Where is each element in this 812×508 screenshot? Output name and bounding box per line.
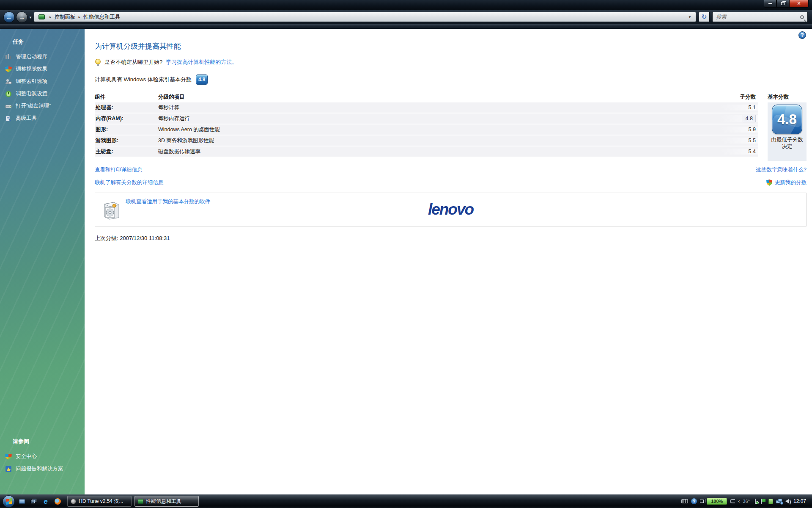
flag-tray-icon[interactable] bbox=[761, 499, 765, 504]
sidebar-item-manage-startup[interactable]: 管理启动程序 bbox=[0, 51, 85, 63]
sidebar-item-problem-reports[interactable]: 问题报告和解决方案 bbox=[0, 463, 85, 475]
breadcrumb-dropdown-icon[interactable]: ▼ bbox=[686, 15, 693, 19]
power-tray-icon[interactable] bbox=[768, 499, 773, 504]
row-subscore: 5.1 bbox=[720, 105, 758, 110]
see-also-section: 请参阅 安全中心 问题报告和解决方案 bbox=[0, 438, 85, 494]
learn-scores-online-link[interactable]: 联机了解有关分数的详细信息 bbox=[95, 179, 164, 186]
score-table: 组件 分级的项目 子分数 处理器: 每秒计算 5.1 内存(RAM): 每秒内存… bbox=[95, 91, 758, 161]
sidebar-item-power-settings[interactable]: 调整电源设置 bbox=[0, 88, 85, 100]
row-item: 磁盘数据传输速率 bbox=[158, 148, 720, 155]
history-dropdown-icon[interactable]: ▼ bbox=[29, 16, 32, 19]
refresh-button[interactable]: ↻ bbox=[699, 12, 710, 22]
lenovo-logo: lenovo bbox=[428, 201, 473, 218]
col-item: 分级的项目 bbox=[158, 94, 720, 101]
table-row-memory: 内存(RAM): 每秒内存运行 4.8 bbox=[95, 113, 758, 124]
title-bar: ✕ bbox=[0, 0, 812, 10]
windows-logo-icon bbox=[6, 498, 12, 505]
usb-safely-remove-icon[interactable] bbox=[753, 499, 758, 504]
what-numbers-mean-link[interactable]: 这些数字意味着什么? bbox=[756, 166, 807, 174]
row-item: 每秒内存运行 bbox=[158, 115, 720, 122]
restore-icon bbox=[781, 2, 785, 5]
row-component: 游戏图形: bbox=[95, 137, 158, 144]
sidebar-item-indexing-options[interactable]: 调整索引选项 bbox=[0, 75, 85, 88]
problem-reports-icon bbox=[5, 466, 12, 472]
firefox-button[interactable] bbox=[54, 498, 61, 505]
volume-tray-icon[interactable] bbox=[785, 499, 789, 503]
see-also-header: 请参阅 bbox=[0, 438, 85, 450]
sidebar-item-label: 管理启动程序 bbox=[16, 53, 47, 61]
score-section: 组件 分级的项目 子分数 处理器: 每秒计算 5.1 内存(RAM): 每秒内存… bbox=[95, 91, 807, 161]
row-component: 处理器: bbox=[95, 104, 158, 111]
battery-meter[interactable]: 100% bbox=[707, 498, 727, 505]
base-score-value: 4.8 bbox=[777, 111, 797, 127]
score-line-text: 计算机具有 Windows 体验索引基本分数 bbox=[95, 76, 192, 83]
row-item: 3D 商务和游戏图形性能 bbox=[158, 137, 720, 144]
sidebar-item-disk-cleanup[interactable]: 打开“磁盘清理” bbox=[0, 100, 85, 112]
hdtune-icon bbox=[71, 499, 76, 504]
show-desktop-button[interactable] bbox=[18, 498, 26, 505]
help-tray-icon[interactable]: ? bbox=[691, 498, 697, 504]
search-icon[interactable] bbox=[800, 15, 804, 19]
breadcrumb-item-performance-tools[interactable]: 性能信息和工具 bbox=[83, 14, 121, 21]
startup-programs-icon bbox=[5, 54, 12, 61]
back-button[interactable]: ← bbox=[3, 11, 15, 23]
last-rated-text: 上次分级: 2007/12/30 11:08:31 bbox=[95, 235, 807, 242]
row-subscore: 5.5 bbox=[720, 138, 758, 144]
sidebar-item-label: 问题报告和解决方案 bbox=[16, 465, 63, 472]
sidebar-spacer bbox=[0, 124, 85, 438]
score-line: 计算机具有 Windows 体验索引基本分数 4.8 bbox=[95, 75, 807, 85]
row-subscore: 4.8 bbox=[720, 115, 758, 122]
sidebar-item-security-center[interactable]: 安全中心 bbox=[0, 450, 85, 463]
taskbar: e HD Tune v2.54 汉... 性能信息和工具 ? 100% ‹ 36… bbox=[0, 494, 812, 508]
uac-shield-icon bbox=[766, 179, 772, 186]
close-button[interactable]: ✕ bbox=[789, 0, 809, 8]
help-button[interactable]: ? bbox=[798, 31, 806, 39]
start-button[interactable] bbox=[3, 495, 15, 508]
window-controls: ✕ bbox=[764, 0, 809, 8]
internet-explorer-icon: e bbox=[44, 498, 47, 505]
plug-tray-icon[interactable] bbox=[730, 499, 735, 503]
taskbar-button-hdtune[interactable]: HD Tune v2.54 汉... bbox=[67, 496, 132, 507]
breadcrumb-item-control-panel[interactable]: 控制面板 bbox=[55, 14, 76, 21]
links-row-2: 联机了解有关分数的详细信息 更新我的分数 bbox=[95, 179, 807, 186]
system-tray: ? 100% ‹ 36° 12:07 bbox=[681, 498, 809, 505]
update-score-group[interactable]: 更新我的分数 bbox=[766, 179, 807, 186]
internet-explorer-button[interactable]: e bbox=[42, 498, 49, 505]
col-base-score: 基本分数 bbox=[768, 91, 807, 102]
minimize-button[interactable] bbox=[764, 0, 776, 8]
sidebar-item-label: 调整索引选项 bbox=[16, 78, 47, 85]
view-software-online-link[interactable]: 联机查看适用于我的基本分数的软件 bbox=[126, 198, 210, 205]
collapse-tray-icon[interactable]: ‹ bbox=[738, 498, 740, 504]
row-component: 内存(RAM): bbox=[95, 115, 158, 122]
taskbar-button-performance-tools[interactable]: 性能信息和工具 bbox=[134, 496, 199, 507]
switch-windows-button[interactable] bbox=[30, 498, 38, 505]
search-box[interactable] bbox=[712, 12, 808, 22]
security-center-icon bbox=[5, 454, 12, 460]
tip-question: 是否不确定从哪里开始? bbox=[104, 58, 162, 66]
main-window: 任务 管理启动程序 调整视觉效果 调整索引选项 调整电源设置 打开“磁盘清理” … bbox=[0, 29, 812, 494]
restore-button[interactable] bbox=[776, 0, 789, 8]
restore-windows-tray-icon[interactable] bbox=[700, 500, 704, 503]
breadcrumb[interactable]: ▸ 控制面板 ▸ 性能信息和工具 ▼ bbox=[34, 12, 696, 22]
temperature-indicator: 36° bbox=[743, 499, 750, 504]
learn-ways-link[interactable]: 学习提高计算机性能的方法。 bbox=[166, 58, 237, 66]
keyboard-tray-icon[interactable] bbox=[681, 499, 688, 503]
taskbar-button-label: 性能信息和工具 bbox=[146, 498, 181, 505]
view-print-details-link[interactable]: 查看和打印详细信息 bbox=[95, 166, 143, 174]
network-tray-icon[interactable] bbox=[776, 499, 782, 504]
update-my-score-link[interactable]: 更新我的分数 bbox=[775, 179, 807, 186]
sidebar-item-advanced-tools[interactable]: 高级工具 bbox=[0, 112, 85, 124]
taskbar-clock[interactable]: 12:07 bbox=[793, 498, 806, 504]
search-input[interactable] bbox=[716, 14, 800, 20]
base-score-caption: 由最低子分数决定 bbox=[770, 137, 804, 150]
tasks-header: 任务 bbox=[0, 38, 85, 51]
sidebar-item-label: 高级工具 bbox=[16, 115, 37, 122]
indexing-options-icon bbox=[5, 78, 12, 85]
disk-cleanup-icon bbox=[5, 103, 12, 110]
sidebar-item-visual-effects[interactable]: 调整视觉效果 bbox=[0, 63, 85, 75]
control-panel-icon bbox=[38, 14, 45, 19]
forward-button[interactable]: → bbox=[16, 11, 27, 23]
performance-tools-icon bbox=[138, 499, 143, 504]
row-component: 主硬盘: bbox=[95, 148, 158, 155]
task-pane: 任务 管理启动程序 调整视觉效果 调整索引选项 调整电源设置 打开“磁盘清理” … bbox=[0, 29, 85, 494]
